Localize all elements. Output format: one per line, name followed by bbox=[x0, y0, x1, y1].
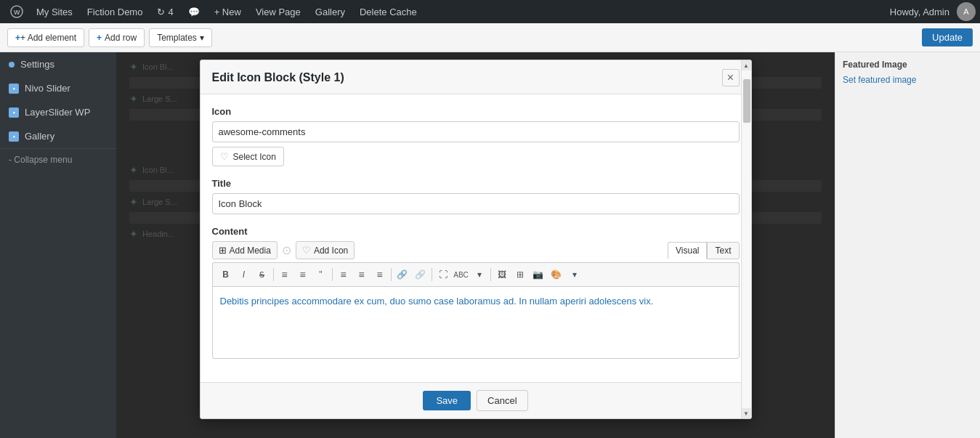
editor-toolbar-row: ⊞ Add Media ⊙ ♡ Add Icon bbox=[212, 241, 740, 259]
collapse-menu[interactable]: - Collapse menu bbox=[0, 148, 116, 171]
editor-text: Debitis principes accommodare ex cum, du… bbox=[220, 294, 732, 309]
modal-footer: Save Cancel bbox=[201, 382, 751, 418]
unlink-button[interactable]: 🔗 bbox=[412, 266, 429, 283]
modal-overlay: Edit Icon Block (Style 1) × Icon ♡ Selec… bbox=[116, 52, 835, 438]
media-icon: ⊞ bbox=[219, 245, 227, 256]
plus-icon-row: + bbox=[97, 33, 102, 43]
separator-3 bbox=[391, 268, 392, 281]
align-center-button[interactable]: ≡ bbox=[353, 266, 370, 283]
sidebar-gallery-label: Gallery bbox=[25, 131, 54, 142]
title-field-group: Title bbox=[212, 178, 740, 214]
heart-icon-2: ♡ bbox=[302, 245, 311, 256]
editor-tabs: Visual Text bbox=[668, 242, 739, 259]
wp-logo[interactable]: W bbox=[4, 0, 29, 23]
comments-icon: 💬 bbox=[188, 7, 200, 17]
content-area: ✦ Icon Bl... ✦ Large S... ✦ Icon Bl... ✦… bbox=[116, 52, 835, 438]
gallery-link[interactable]: Gallery bbox=[308, 0, 352, 23]
icon-label: Icon bbox=[212, 106, 740, 117]
tab-text[interactable]: Text bbox=[707, 242, 739, 259]
featured-image-title: Featured Image bbox=[843, 60, 973, 70]
bold-button[interactable]: B bbox=[217, 266, 235, 283]
modal-header: Edit Icon Block (Style 1) × bbox=[201, 60, 751, 94]
separator-5 bbox=[490, 268, 491, 281]
scroll-track bbox=[742, 94, 751, 382]
sidebar-item-nivo[interactable]: ▪ Nivo Slider bbox=[0, 76, 116, 100]
new-link[interactable]: + New bbox=[207, 0, 248, 23]
howdy-text: Howdy, Admin bbox=[883, 7, 957, 17]
content-label: Content bbox=[212, 226, 740, 237]
color-button[interactable]: 🎨 bbox=[548, 266, 565, 283]
content-field-group: Content ⊞ Add Media ⊙ bbox=[212, 226, 740, 359]
modal-title: Edit Icon Block (Style 1) bbox=[212, 71, 344, 84]
view-page-link[interactable]: View Page bbox=[248, 0, 308, 23]
modal-close-button[interactable]: × bbox=[722, 69, 740, 86]
gallery-icon: ▪ bbox=[9, 131, 19, 142]
comments-link[interactable]: 💬 bbox=[181, 0, 207, 23]
admin-bar: W My Sites Fiction Demo ↻ 4 💬 + New View… bbox=[0, 0, 980, 23]
add-icon-button[interactable]: ♡ Add Icon bbox=[296, 241, 355, 259]
layerslider-icon: ▪ bbox=[9, 108, 19, 118]
more-button[interactable]: ▾ bbox=[471, 266, 488, 283]
my-sites-link[interactable]: My Sites bbox=[29, 0, 80, 23]
separator-icon: ⊙ bbox=[282, 243, 291, 257]
ul-button[interactable]: ≡ bbox=[276, 266, 293, 283]
spellcheck-button[interactable]: ABC bbox=[453, 266, 470, 283]
scroll-thumb[interactable] bbox=[743, 94, 750, 123]
blockquote-button[interactable]: " bbox=[312, 266, 330, 283]
sidebar-item-settings[interactable]: Settings bbox=[0, 52, 116, 76]
fullscreen-button[interactable]: ⛶ bbox=[434, 266, 452, 283]
edit-icon-block-modal: Edit Icon Block (Style 1) × Icon ♡ Selec… bbox=[200, 60, 752, 419]
title-input[interactable] bbox=[212, 193, 740, 214]
modal-body: Icon ♡ Select Icon Title bbox=[201, 94, 751, 382]
sidebar-nivo-label: Nivo Slider bbox=[25, 83, 70, 94]
sidebar-settings-label: Settings bbox=[20, 59, 54, 70]
select-icon-button[interactable]: ♡ Select Icon bbox=[212, 147, 284, 166]
ol-button[interactable]: ≡ bbox=[294, 266, 312, 283]
image-button[interactable]: 🖼 bbox=[493, 266, 511, 283]
templates-button[interactable]: Templates ▾ bbox=[149, 28, 212, 47]
templates-arrow-icon: ▾ bbox=[200, 33, 204, 43]
align-right-button[interactable]: ≡ bbox=[371, 266, 389, 283]
modal-scrollbar[interactable]: ▲ ▼ bbox=[741, 94, 751, 382]
svg-text:W: W bbox=[14, 9, 20, 16]
nivo-icon: ▪ bbox=[9, 84, 19, 94]
editor-content-area[interactable]: Debitis principes accommodare ex cum, du… bbox=[212, 286, 740, 359]
avatar[interactable]: A bbox=[957, 2, 976, 21]
strikethrough-button[interactable]: S̶ bbox=[254, 266, 271, 283]
sidebar: Settings ▪ Nivo Slider ▪ LayerSlider WP … bbox=[0, 52, 116, 438]
link-button[interactable]: 🔗 bbox=[394, 266, 411, 283]
right-sidebar: Featured Image Set featured image bbox=[835, 52, 980, 438]
add-row-button[interactable]: + Add row bbox=[89, 28, 145, 47]
editor-actions: ⊞ Add Media ⊙ ♡ Add Icon bbox=[212, 241, 355, 259]
media-btn-2[interactable]: 📷 bbox=[530, 266, 547, 283]
align-left-button[interactable]: ≡ bbox=[335, 266, 352, 283]
title-label: Title bbox=[212, 178, 740, 189]
plus-icon: + bbox=[15, 33, 20, 43]
update-button[interactable]: Update bbox=[922, 28, 973, 46]
italic-button[interactable]: I bbox=[235, 266, 253, 283]
set-featured-link[interactable]: Set featured image bbox=[843, 75, 916, 85]
delete-cache-link[interactable]: Delete Cache bbox=[352, 0, 424, 23]
separator-2 bbox=[332, 268, 333, 281]
cancel-button[interactable]: Cancel bbox=[477, 390, 527, 411]
tab-visual[interactable]: Visual bbox=[668, 242, 707, 259]
save-button[interactable]: Save bbox=[423, 391, 471, 410]
refresh-link[interactable]: ↻ 4 bbox=[150, 0, 180, 23]
sidebar-item-layerslider[interactable]: ▪ LayerSlider WP bbox=[0, 100, 116, 124]
icon-input[interactable] bbox=[212, 121, 740, 142]
admin-bar-right: Howdy, Admin A bbox=[883, 2, 976, 21]
table-button[interactable]: ⊞ bbox=[511, 266, 529, 283]
add-media-button[interactable]: ⊞ Add Media bbox=[212, 241, 278, 259]
sidebar-item-gallery[interactable]: ▪ Gallery bbox=[0, 124, 116, 148]
main-layout: Settings ▪ Nivo Slider ▪ LayerSlider WP … bbox=[0, 52, 980, 438]
more-button-2[interactable]: ▾ bbox=[566, 266, 583, 283]
separator-4 bbox=[432, 268, 432, 281]
icon-field-group: Icon ♡ Select Icon bbox=[212, 106, 740, 166]
separator-1 bbox=[273, 268, 274, 281]
editor-format-bar: B I S̶ ≡ ≡ " ≡ ≡ ≡ bbox=[212, 262, 740, 286]
site-name-link[interactable]: Fiction Demo bbox=[80, 0, 150, 23]
add-element-button[interactable]: + + Add element bbox=[7, 28, 84, 47]
builder-toolbar: + + Add element + Add row Templates ▾ Up… bbox=[0, 23, 980, 52]
sidebar-layerslider-label: LayerSlider WP bbox=[25, 107, 90, 118]
heart-icon: ♡ bbox=[220, 151, 229, 162]
